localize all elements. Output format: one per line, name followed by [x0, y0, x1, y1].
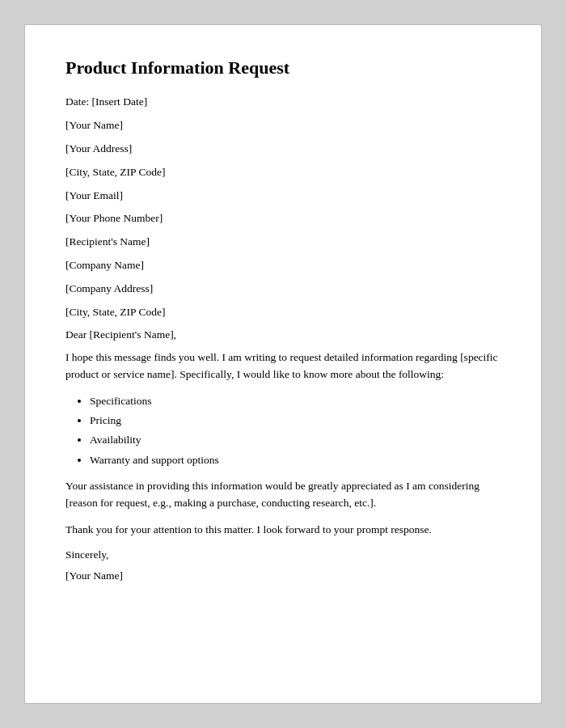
list-item: Availability	[90, 432, 501, 448]
paragraph-thanks: Thank you for your attention to this mat…	[65, 522, 501, 539]
sender-name: [Your Name]	[65, 118, 501, 133]
sender-email: [Your Email]	[65, 188, 501, 204]
list-item: Specifications	[90, 393, 501, 409]
sender-address: [Your Address]	[65, 142, 501, 157]
document-title: Product Information Request	[65, 57, 501, 78]
sender-city-state-zip: [City, State, ZIP Code]	[65, 165, 501, 180]
paragraph-intro: I hope this message finds you well. I am…	[65, 349, 501, 383]
recipient-city-state-zip: [City, State, ZIP Code]	[65, 305, 501, 320]
paragraph-assistance: Your assistance in providing this inform…	[65, 478, 501, 512]
closing: Sincerely,	[65, 548, 501, 561]
recipient-name: [Recipient's Name]	[65, 235, 501, 250]
recipient-address: [Company Address]	[65, 281, 501, 297]
signature-name: [Your Name]	[65, 569, 501, 582]
date-line: Date: [Insert Date]	[65, 95, 501, 110]
recipient-company: [Company Name]	[65, 258, 501, 273]
list-item: Pricing	[90, 413, 501, 429]
bullet-list: Specifications Pricing Availability Warr…	[90, 393, 501, 468]
list-item: Warranty and support options	[90, 452, 501, 468]
sender-phone: [Your Phone Number]	[65, 211, 501, 226]
salutation: Dear [Recipient's Name],	[65, 328, 501, 341]
document-page: Product Information Request Date: [Inser…	[24, 24, 542, 704]
